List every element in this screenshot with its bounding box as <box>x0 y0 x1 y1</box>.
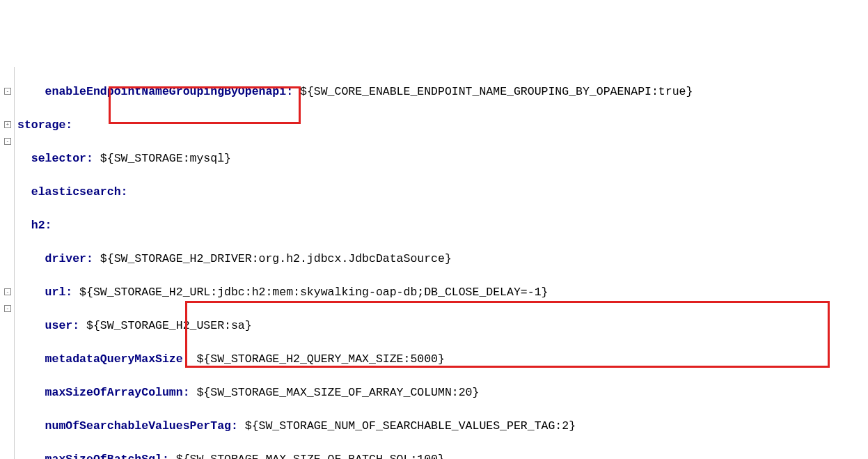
yaml-key: user: <box>45 319 80 332</box>
yaml-key: maxSizeOfBatchSql: <box>45 453 169 459</box>
yaml-key: elasticsearch: <box>31 185 128 199</box>
yaml-value: ${SW_STORAGE_H2_URL:jdbc:h2:mem:skywalki… <box>72 286 548 299</box>
yaml-value: ${SW_STORAGE_MAX_SIZE_OF_BATCH_SQL:100} <box>169 453 445 459</box>
code-line: maxSizeOfBatchSql: ${SW_STORAGE_MAX_SIZE… <box>17 451 693 459</box>
fold-marker[interactable]: - <box>4 288 11 295</box>
yaml-value: ${SW_STORAGE_MAX_SIZE_OF_ARRAY_COLUMN:20… <box>190 386 480 399</box>
yaml-key: enableEndpointNameGroupingByOpenapi: <box>45 85 293 98</box>
code-editor: - + - - - enableEndpointNameGroupingByOp… <box>0 67 868 459</box>
yaml-value: ${SW_STORAGE:mysql} <box>93 152 231 165</box>
code-line: h2: <box>17 217 693 234</box>
fold-gutter: - + - - - <box>0 67 15 459</box>
code-line: numOfSearchableValuesPerTag: ${SW_STORAG… <box>17 418 693 435</box>
yaml-value: ${SW_STORAGE_H2_QUERY_MAX_SIZE:5000} <box>190 352 445 366</box>
code-line: driver: ${SW_STORAGE_H2_DRIVER:org.h2.jd… <box>17 251 693 267</box>
yaml-key: maxSizeOfArrayColumn: <box>45 386 190 399</box>
yaml-key: driver: <box>45 252 93 265</box>
fold-marker[interactable]: - <box>4 138 11 145</box>
yaml-key: h2: <box>31 219 52 232</box>
code-line: maxSizeOfArrayColumn: ${SW_STORAGE_MAX_S… <box>17 384 693 401</box>
code-line: metadataQueryMaxSize: ${SW_STORAGE_H2_QU… <box>17 351 693 368</box>
fold-marker[interactable]: - <box>4 88 11 95</box>
fold-marker[interactable]: - <box>4 305 11 312</box>
yaml-key: metadataQueryMaxSize: <box>45 352 190 366</box>
code-line: storage: <box>17 117 693 134</box>
yaml-value: ${SW_CORE_ENABLE_ENDPOINT_NAME_GROUPING_… <box>293 85 693 98</box>
fold-marker[interactable]: + <box>4 121 11 128</box>
yaml-key: storage: <box>17 118 72 132</box>
code-line: selector: ${SW_STORAGE:mysql} <box>17 150 693 167</box>
code-line: enableEndpointNameGroupingByOpenapi: ${S… <box>17 84 693 100</box>
yaml-key: numOfSearchableValuesPerTag: <box>45 419 238 433</box>
yaml-key: selector: <box>31 152 93 165</box>
code-area[interactable]: enableEndpointNameGroupingByOpenapi: ${S… <box>15 67 693 459</box>
code-line: user: ${SW_STORAGE_H2_USER:sa} <box>17 318 693 334</box>
yaml-value: ${SW_STORAGE_H2_USER:sa} <box>79 319 252 332</box>
yaml-key: url: <box>45 286 73 299</box>
code-line: elasticsearch: <box>17 184 693 201</box>
code-line: url: ${SW_STORAGE_H2_URL:jdbc:h2:mem:sky… <box>17 284 693 301</box>
yaml-value: ${SW_STORAGE_H2_DRIVER:org.h2.jdbcx.Jdbc… <box>93 252 452 265</box>
yaml-value: ${SW_STORAGE_NUM_OF_SEARCHABLE_VALUES_PE… <box>238 419 576 433</box>
